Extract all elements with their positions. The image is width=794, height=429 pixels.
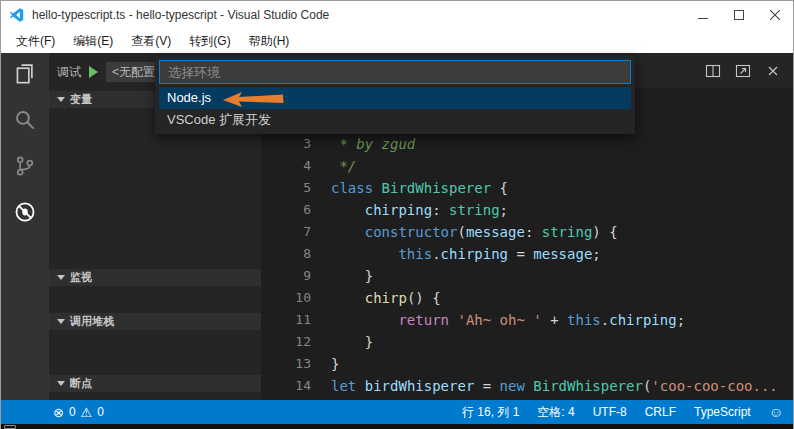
warning-icon: ⚠ xyxy=(81,406,93,419)
section-header-watch[interactable]: 监视 xyxy=(49,269,261,286)
status-eol[interactable]: CRLF xyxy=(645,405,676,419)
git-branch-icon xyxy=(14,155,36,181)
status-indentation[interactable]: 空格: 4 xyxy=(537,404,574,421)
code-line[interactable]: 8 this.chirping = message; xyxy=(261,243,793,265)
taskbar-icon xyxy=(4,425,16,429)
search-icon xyxy=(14,109,36,135)
error-count: 0 xyxy=(69,405,76,419)
activity-item-search[interactable] xyxy=(1,99,49,145)
line-number[interactable]: 12 xyxy=(261,331,311,353)
callstack-panel xyxy=(49,330,261,375)
line-number[interactable]: 3 xyxy=(261,133,311,155)
problems-indicator[interactable]: ⊗ 0 ⚠ 0 xyxy=(1,405,104,419)
line-number[interactable]: 9 xyxy=(261,265,311,287)
code-line[interactable]: 14let birdWhisperer = new BirdWhisperer(… xyxy=(261,375,793,397)
annotation-arrow-icon xyxy=(221,90,285,108)
watch-panel xyxy=(49,286,261,313)
line-text: chirping: string; xyxy=(311,199,508,221)
start-debug-button[interactable] xyxy=(89,66,98,78)
section-label: 变量 xyxy=(70,92,92,107)
code-line[interactable]: 9 } xyxy=(261,265,793,287)
chevron-down-icon xyxy=(57,319,65,324)
code-line[interactable]: 12 } xyxy=(261,331,793,353)
menu-bar: 文件(F) 编辑(E) 查看(V) 转到(G) 帮助(H) xyxy=(1,29,793,53)
line-number[interactable]: 14 xyxy=(261,375,311,397)
chevron-down-icon xyxy=(57,275,65,280)
line-text: } xyxy=(311,265,373,287)
line-text: } xyxy=(311,353,339,375)
line-number[interactable]: 7 xyxy=(261,221,311,243)
menu-item-goto[interactable]: 转到(G) xyxy=(180,29,239,53)
status-encoding[interactable]: UTF-8 xyxy=(593,405,627,419)
code-line[interactable]: 11 return 'Ah~ oh~ ' + this.chirping; xyxy=(261,309,793,331)
line-text: constructor(message: string) { xyxy=(311,221,618,243)
line-text: this.chirping = message; xyxy=(311,243,601,265)
breakpoints-panel xyxy=(49,392,261,400)
environment-input[interactable] xyxy=(159,60,631,84)
line-text: let birdWhisperer = new BirdWhisperer('c… xyxy=(311,375,778,397)
line-number[interactable]: 13 xyxy=(261,353,311,375)
line-number[interactable]: 4 xyxy=(261,155,311,177)
line-number[interactable]: 8 xyxy=(261,243,311,265)
section-label: 调用堆栈 xyxy=(70,314,114,329)
open-preview-icon[interactable] xyxy=(735,63,751,79)
line-text: * by zgud xyxy=(311,133,415,155)
quick-pick-item-label: VSCode 扩展开发 xyxy=(167,112,271,127)
chevron-down-icon xyxy=(57,381,65,386)
code-line[interactable]: 6 chirping: string; xyxy=(261,199,793,221)
activity-item-source-control[interactable] xyxy=(1,145,49,191)
warning-count: 0 xyxy=(97,405,104,419)
menu-item-file[interactable]: 文件(F) xyxy=(7,29,64,53)
menu-item-edit[interactable]: 编辑(E) xyxy=(64,29,122,53)
line-text: class BirdWhisperer { xyxy=(311,177,508,199)
line-text: chirp() { xyxy=(311,287,441,309)
status-bar-right: 行 16, 列 1 空格: 4 UTF-8 CRLF TypeScript ☺ xyxy=(462,404,793,421)
code-line[interactable]: 5class BirdWhisperer { xyxy=(261,177,793,199)
code-editor[interactable]: 3 * by zgud4 */5class BirdWhisperer {6 c… xyxy=(261,88,793,400)
menu-item-view[interactable]: 查看(V) xyxy=(122,29,180,53)
line-text: return 'Ah~ oh~ ' + this.chirping; xyxy=(311,309,685,331)
activity-bar xyxy=(1,53,49,400)
status-cursor-position[interactable]: 行 16, 列 1 xyxy=(462,404,519,421)
minimize-button[interactable] xyxy=(685,1,721,29)
line-text: */ xyxy=(311,155,356,177)
quick-pick-item-vscode-extension[interactable]: VSCode 扩展开发 xyxy=(159,109,631,131)
code-line[interactable]: 7 constructor(message: string) { xyxy=(261,221,793,243)
status-bar: ⊗ 0 ⚠ 0 行 16, 列 1 空格: 4 UTF-8 CRLF TypeS… xyxy=(1,400,793,424)
taskbar-strip xyxy=(1,424,793,429)
code-line[interactable]: 13} xyxy=(261,353,793,375)
section-header-callstack[interactable]: 调用堆栈 xyxy=(49,313,261,330)
debug-icon xyxy=(14,201,36,227)
menu-item-help[interactable]: 帮助(H) xyxy=(240,29,299,53)
section-header-breakpoints[interactable]: 断点 xyxy=(49,375,261,392)
line-number[interactable]: 6 xyxy=(261,199,311,221)
status-language-mode[interactable]: TypeScript xyxy=(694,405,751,419)
window-title: hello-typescript.ts - hello-typescript -… xyxy=(32,8,329,22)
line-number[interactable]: 11 xyxy=(261,309,311,331)
feedback-smiley-icon[interactable]: ☺ xyxy=(769,405,783,419)
vscode-logo-icon xyxy=(9,7,25,23)
files-icon xyxy=(14,63,36,89)
close-button[interactable] xyxy=(757,1,793,29)
maximize-button[interactable] xyxy=(721,1,757,29)
activity-item-explorer[interactable] xyxy=(1,53,49,99)
line-number[interactable]: 5 xyxy=(261,177,311,199)
code-line[interactable]: 4 */ xyxy=(261,155,793,177)
debug-view-title: 调试 xyxy=(57,64,81,81)
section-label: 断点 xyxy=(70,376,92,391)
window-controls xyxy=(685,1,793,29)
section-label: 监视 xyxy=(70,270,92,285)
split-editor-icon[interactable] xyxy=(705,63,721,79)
chevron-down-icon xyxy=(57,97,65,102)
title-bar: hello-typescript.ts - hello-typescript -… xyxy=(1,1,793,29)
error-icon: ⊗ xyxy=(53,406,64,419)
quick-pick-item-label: Node.js xyxy=(167,90,211,105)
close-editor-icon[interactable] xyxy=(765,63,781,79)
line-number[interactable]: 10 xyxy=(261,287,311,309)
activity-item-debug[interactable] xyxy=(1,191,49,237)
line-text: } xyxy=(311,331,373,353)
code-line[interactable]: 3 * by zgud xyxy=(261,133,793,155)
code-line[interactable]: 10 chirp() { xyxy=(261,287,793,309)
